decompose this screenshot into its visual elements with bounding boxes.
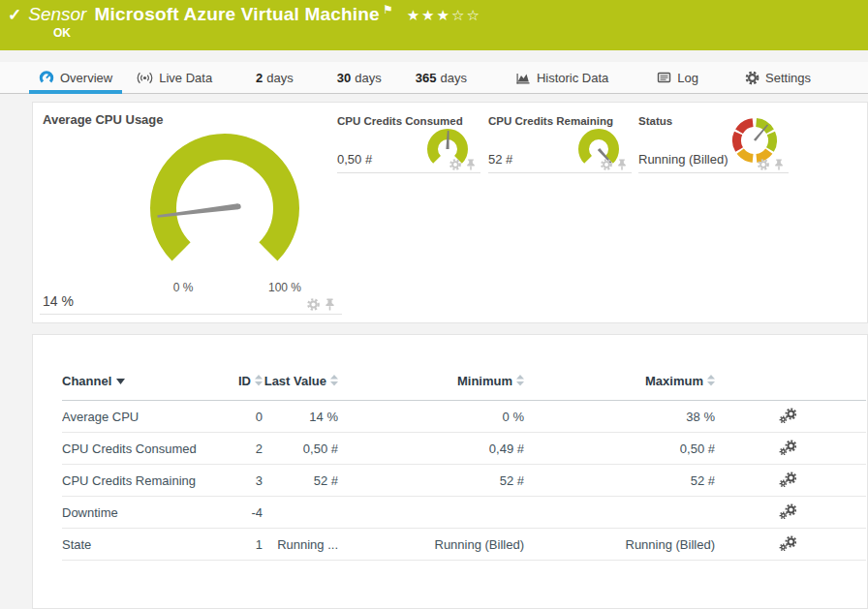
sort-icon: [516, 375, 524, 386]
channel-last-value: [263, 497, 338, 529]
tab-label-number: 30: [337, 71, 351, 85]
column-header-actions: [715, 374, 866, 401]
channel-minimum: 52 #: [338, 465, 524, 497]
tab-label-number: 2: [256, 71, 263, 85]
channel-settings-gears-icon[interactable]: [779, 440, 796, 455]
channel-maximum: 38 %: [524, 401, 715, 433]
sort-icon: [255, 375, 263, 386]
tab-label: Historic Data: [537, 71, 608, 85]
channel-settings-gears-icon[interactable]: [779, 503, 796, 519]
column-header-maximum[interactable]: Maximum: [524, 374, 715, 401]
gauge-title: Status: [638, 115, 672, 127]
tab-log[interactable]: Log: [647, 62, 708, 93]
table-row[interactable]: State 1 Running ... Running (Billed) Run…: [62, 529, 866, 561]
sensor-header: ✓ Sensor Microsoft Azure Virtual Machine…: [0, 0, 868, 50]
tab-label-number: 365: [416, 71, 437, 85]
channel-last-value: 14 %: [263, 401, 338, 433]
gauge-min-label: 0 %: [154, 281, 212, 294]
status-check-icon: ✓: [8, 5, 21, 25]
tab-historic-data[interactable]: Historic Data: [506, 62, 618, 93]
gauge-settings-gear-icon[interactable]: [758, 159, 769, 170]
gauge-settings-gear-icon[interactable]: [450, 159, 461, 170]
tab-label: Overview: [60, 71, 112, 85]
channel-last-value: Running ...: [263, 529, 338, 561]
cpu-credits-remaining-section: CPU Credits Remaining 52 #: [488, 112, 632, 173]
column-header-channel[interactable]: Channel: [62, 374, 198, 401]
tab-settings[interactable]: Settings: [735, 62, 821, 93]
gauge-max-label: 100 %: [251, 281, 319, 294]
channel-minimum: Running (Billed): [338, 529, 524, 561]
gauge-settings-gear-icon[interactable]: [307, 298, 320, 311]
channel-settings-gears-icon[interactable]: [779, 472, 796, 487]
tab-label: days: [440, 71, 466, 85]
tab-bar: Overview Live Data 2 days 30 days 365 da…: [0, 62, 868, 94]
average-cpu-gauge: [133, 116, 317, 300]
log-icon: [657, 71, 671, 84]
column-label: Minimum: [457, 374, 512, 388]
column-label: Last Value: [264, 374, 326, 388]
gauge-value: 0,50 #: [337, 152, 372, 167]
gauge-value: Running (Billed): [638, 152, 728, 167]
object-kind-label: Sensor: [28, 4, 86, 25]
column-header-minimum[interactable]: Minimum: [338, 374, 524, 401]
gauge-settings-gear-icon[interactable]: [601, 159, 612, 170]
gauge-value: 52 #: [488, 152, 512, 167]
gauge-pin-icon[interactable]: [773, 159, 785, 170]
channel-settings-gears-icon[interactable]: [779, 535, 796, 551]
channels-table: Channel ID Last Value Minimum Maximum: [62, 374, 866, 561]
channel-name: CPU Credits Remaining: [62, 465, 198, 497]
column-label: ID: [238, 374, 251, 388]
tab-30-days[interactable]: 30 days: [327, 62, 391, 93]
gear-icon: [745, 71, 760, 85]
gauge-value: 14 %: [43, 293, 74, 309]
column-label: Maximum: [645, 374, 703, 388]
channel-id: 0: [198, 401, 263, 433]
table-row[interactable]: Downtime -4: [62, 497, 866, 529]
priority-stars[interactable]: ★★★☆☆: [407, 7, 481, 24]
column-header-id[interactable]: ID: [198, 374, 263, 401]
chart-icon: [515, 71, 531, 85]
table-row[interactable]: CPU Credits Consumed 2 0,50 # 0,49 # 0,5…: [62, 433, 866, 465]
status-section: Status Running (Billed): [638, 112, 789, 173]
column-header-last-value[interactable]: Last Value: [263, 374, 338, 401]
page-title: Microsoft Azure Virtual Machine: [94, 4, 379, 25]
channel-id: -4: [198, 497, 263, 529]
tab-label: days: [355, 71, 381, 85]
channel-last-value: 52 #: [263, 465, 338, 497]
gauge-icon: [39, 70, 54, 85]
tab-365-days[interactable]: 365 days: [406, 62, 477, 93]
channel-maximum: [524, 497, 715, 529]
channel-id: 2: [198, 433, 263, 465]
tab-label: Live Data: [159, 71, 212, 85]
channel-name: Average CPU: [62, 401, 198, 433]
channel-name: CPU Credits Consumed: [62, 433, 198, 465]
channel-id: 3: [198, 465, 263, 497]
channel-minimum: 0 %: [338, 401, 524, 433]
priority-flag-icon[interactable]: ⚑: [383, 3, 393, 16]
gauge-pin-icon[interactable]: [616, 159, 628, 170]
channel-name: Downtime: [62, 497, 198, 529]
tab-2-days[interactable]: 2 days: [246, 62, 303, 93]
column-label: Channel: [62, 374, 111, 388]
channels-panel: Channel ID Last Value Minimum Maximum: [32, 334, 868, 609]
table-row[interactable]: Average CPU 0 14 % 0 % 38 %: [62, 401, 866, 433]
channel-minimum: 0,49 #: [338, 433, 524, 465]
channel-maximum: 52 #: [524, 465, 715, 497]
channel-id: 1: [198, 529, 263, 561]
channel-maximum: Running (Billed): [524, 529, 715, 561]
tab-overview[interactable]: Overview: [29, 62, 122, 93]
gauge-pin-icon[interactable]: [324, 298, 336, 311]
table-row[interactable]: CPU Credits Remaining 3 52 # 52 # 52 #: [62, 465, 866, 497]
tab-label: days: [266, 71, 293, 85]
prtg-sensor-page: ✓ Sensor Microsoft Azure Virtual Machine…: [0, 0, 868, 609]
gauge-pin-icon[interactable]: [465, 159, 477, 170]
tab-label: Log: [677, 71, 698, 85]
broadcast-icon: [137, 71, 153, 85]
sort-icon: [330, 375, 338, 386]
divider: [40, 314, 342, 315]
sort-caret-icon: [116, 379, 125, 384]
tab-live-data[interactable]: Live Data: [127, 62, 222, 93]
channel-last-value: 0,50 #: [263, 433, 338, 465]
channel-settings-gears-icon[interactable]: [779, 408, 796, 423]
gauges-panel: Average CPU Usage 0 % 100 % 14 % CPU Cre…: [32, 102, 868, 323]
